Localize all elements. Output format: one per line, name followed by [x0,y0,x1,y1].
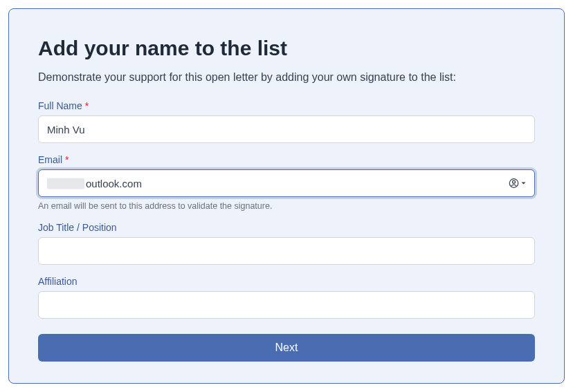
full-name-label: Full Name * [38,100,535,111]
next-button[interactable]: Next [38,334,535,362]
affiliation-label: Affiliation [38,276,535,287]
field-group-affiliation: Affiliation [38,276,535,319]
job-title-input[interactable] [38,237,535,265]
email-label-text: Email [38,154,62,165]
email-helper-text: An email will be sent to this address to… [38,201,535,211]
required-indicator: * [85,100,89,111]
chevron-down-icon [520,180,527,187]
full-name-input[interactable] [38,115,535,143]
email-input-wrapper: outlook.com [38,169,535,197]
affiliation-input[interactable] [38,291,535,319]
field-group-email: Email * outlook.com An email will be sen… [38,154,535,211]
svg-point-1 [513,180,516,183]
contact-autofill-icon[interactable] [509,178,527,189]
page-title: Add your name to the list [38,37,535,60]
required-indicator: * [65,154,69,165]
user-circle-icon [509,178,519,189]
full-name-label-text: Full Name [38,100,82,111]
job-title-label: Job Title / Position [38,222,535,233]
field-group-full-name: Full Name * [38,100,535,143]
page-subtitle: Demonstrate your support for this open l… [38,71,535,84]
email-input[interactable] [38,169,535,197]
signature-form-container: Add your name to the list Demonstrate yo… [8,8,565,384]
email-label: Email * [38,154,535,165]
field-group-job-title: Job Title / Position [38,222,535,265]
